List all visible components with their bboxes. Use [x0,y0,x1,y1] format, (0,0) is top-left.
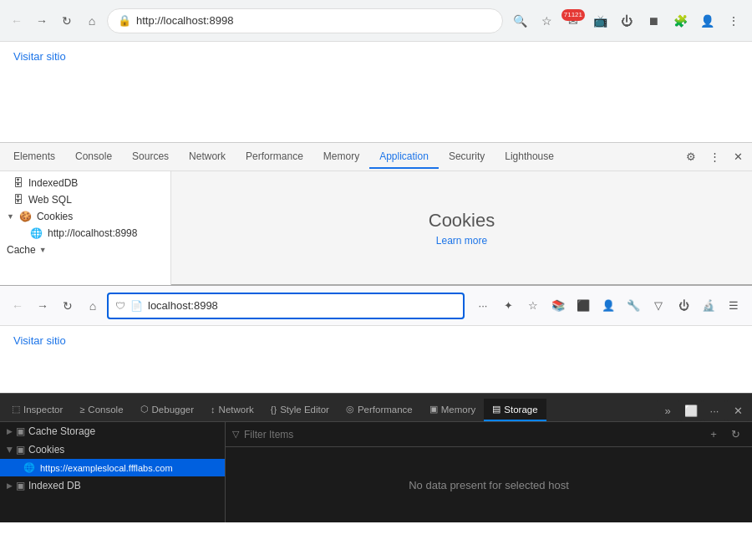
chrome-bookmark-button[interactable]: ☆ [535,9,558,33]
firefox-tab-console[interactable]: ≥ Console [71,400,131,421]
firefox-tab-memory[interactable]: ▣ Memory [421,399,485,421]
chrome-tab-memory[interactable]: Memory [313,145,369,169]
firefox-menu-button[interactable]: ☰ [722,294,745,318]
firefox-address-bar[interactable]: 🛡 📄 localhost:8998 [107,293,465,319]
chrome-search-button[interactable]: 🔍 [508,9,531,33]
chrome-top-bar: ← → ↻ ⌂ 🔒 http://localhost:8998 🔍 ☆ ✉ 71… [0,0,752,42]
chrome-tab-elements[interactable]: Elements [3,145,65,169]
chrome-stop-button[interactable]: ⏹ [642,9,665,33]
firefox-visit-link[interactable]: Visitar sitio [13,334,66,347]
chrome-tab-application[interactable]: Application [369,145,439,169]
chrome-tab-sources[interactable]: Sources [122,145,179,169]
chrome-tab-memory-label: Memory [323,150,359,162]
indexeddb-icon: ▣ [16,480,25,491]
firefox-devtools-close[interactable]: ✕ [727,400,749,421]
firefox-sidebar-button[interactable]: ⬛ [572,294,595,318]
firefox-reload-button[interactable]: ↻ [57,295,79,317]
firefox-library-button[interactable]: 📚 [546,294,570,318]
cookies-db-icon: ▣ [16,444,25,456]
chrome-menu-button[interactable]: ⋮ [722,9,745,33]
firefox-sidebar-cache-storage[interactable]: ▶ ▣ Cache Storage [0,422,225,440]
chrome-tab-network[interactable]: Network [179,145,236,169]
firefox-url: localhost:8998 [148,299,218,312]
chrome-tab-console[interactable]: Console [65,145,122,169]
chrome-devtools-main: Cookies Learn more [171,171,752,285]
chrome-tab-console-label: Console [75,150,112,162]
chrome-reload-button[interactable]: ↻ [57,11,77,31]
firefox-tab-performance[interactable]: ◎ Performance [338,399,421,421]
storage-tab-icon: ▤ [492,404,500,415]
firefox-tab-performance-label: Performance [358,405,413,415]
firefox-filter-button[interactable]: ▽ [647,294,670,318]
chrome-avatar-button[interactable]: 👤 [695,9,719,33]
firefox-tab-debugger-label: Debugger [152,405,195,415]
chrome-tab-security[interactable]: Security [439,145,495,169]
chrome-devtools-more[interactable]: ⋮ [704,146,725,168]
chrome-sidebar-indexeddb[interactable]: 🗄 IndexedDB [0,175,170,191]
memory-tab-icon: ▣ [429,404,438,415]
firefox-back-button[interactable]: ← [7,295,28,317]
firefox-power-button[interactable]: ⏻ [672,294,695,318]
firefox-tab-inspector[interactable]: ⬚ Inspector [3,399,71,421]
chrome-cast-button[interactable]: 📺 [588,9,612,33]
chrome-devtools-settings[interactable]: ⚙ [680,146,702,168]
chrome-sidebar-cache[interactable]: Cache ▼ [0,242,170,258]
firefox-account-button[interactable]: 👤 [597,294,620,318]
firefox-tab-network-label: Network [219,405,254,415]
ff-page-icon: 📄 [130,300,143,312]
firefox-devtools-overflow[interactable]: » [657,400,678,421]
firefox-pocket-button[interactable]: ✦ [496,294,520,318]
firefox-home-button[interactable]: ⌂ [82,295,104,317]
firefox-devtools-more-options[interactable]: ··· [704,400,725,421]
firefox-add-button[interactable]: + [704,425,724,445]
firefox-tab-debugger[interactable]: ⬡ Debugger [132,399,203,421]
firefox-tab-memory-label: Memory [441,405,476,415]
firefox-experiments-button[interactable]: 🔬 [697,294,720,318]
firefox-forward-button[interactable]: → [32,295,53,317]
debugger-tab-icon: ⬡ [140,404,149,415]
chrome-devtools-close[interactable]: ✕ [727,146,749,168]
firefox-more-options[interactable]: ··· [471,294,495,318]
firefox-bookmark-button[interactable]: ☆ [521,294,545,318]
chrome-sidebar-cookies[interactable]: ▼ 🍪 Cookies [0,208,170,225]
cache-label: Cache [7,244,36,256]
firefox-tab-inspector-label: Inspector [23,405,63,415]
chrome-address-bar[interactable]: 🔒 http://localhost:8998 [107,8,503,33]
firefox-devtools-right: » ⬜ ··· ✕ [657,400,749,421]
firefox-tab-storage[interactable]: ▤ Storage [484,399,546,421]
chrome-power-button[interactable]: ⏻ [615,9,638,33]
chrome-sidebar-localhost[interactable]: 🌐 http://localhost:8998 [0,225,170,242]
firefox-sidebar-cookies-host[interactable]: 🌐 https://exampleslocal.ffflabs.com [0,459,225,476]
chrome-tab-performance[interactable]: Performance [236,145,313,169]
cache-storage-db-icon: ▣ [16,425,25,437]
firefox-addons-button[interactable]: 🔧 [622,294,645,318]
firefox-refresh-button[interactable]: ↻ [725,425,745,445]
chrome-sidebar-websql[interactable]: 🗄 Web SQL [0,191,170,208]
indexeddb-arrow-icon: ▶ [7,481,13,490]
network-tab-icon: ↕ [211,405,216,415]
firefox-tab-storage-label: Storage [504,405,537,415]
chrome-tab-lighthouse[interactable]: Lighthouse [495,145,564,169]
firefox-top-bar: ← → ↻ ⌂ 🛡 📄 localhost:8998 ··· ✦ ☆ 📚 ⬛ 👤… [0,286,752,326]
style-editor-tab-icon: {} [271,405,277,415]
firefox-tab-network[interactable]: ↕ Network [202,400,262,421]
chrome-forward-button[interactable]: → [32,11,52,31]
chrome-tab-sources-label: Sources [132,150,169,162]
firefox-devtools-tabs: ⬚ Inspector ≥ Console ⬡ Debugger ↕ Netwo… [0,394,752,422]
chrome-visit-link[interactable]: Visitar sitio [13,50,66,63]
chrome-puzzle-button[interactable]: 🧩 [668,9,692,33]
firefox-filter-input[interactable] [244,429,699,440]
firefox-sidebar-cookies-parent[interactable]: ▶ ▣ Cookies [0,440,225,459]
chrome-back-button[interactable]: ← [7,11,27,31]
chrome-tab-network-label: Network [189,150,226,162]
firefox-sidebar-indexeddb[interactable]: ▶ ▣ Indexed DB [0,476,225,495]
chrome-toolbar-icons: 🔍 ☆ ✉ 71121 📺 ⏻ ⏹ 🧩 👤 ⋮ [508,9,745,33]
chrome-home-button[interactable]: ⌂ [82,11,102,31]
firefox-devtools-responsive[interactable]: ⬜ [680,400,702,421]
firefox-devtools-sidebar: ▶ ▣ Cache Storage ▶ ▣ Cookies 🌐 https://… [0,422,226,522]
console-tab-icon: ≥ [79,405,84,415]
firefox-tab-style-editor[interactable]: {} Style Editor [262,400,338,421]
firefox-browser: ← → ↻ ⌂ 🛡 📄 localhost:8998 ··· ✦ ☆ 📚 ⬛ 👤… [0,284,752,522]
cookies-learn-link[interactable]: Learn more [436,235,487,247]
firefox-tab-style-editor-label: Style Editor [280,405,329,415]
